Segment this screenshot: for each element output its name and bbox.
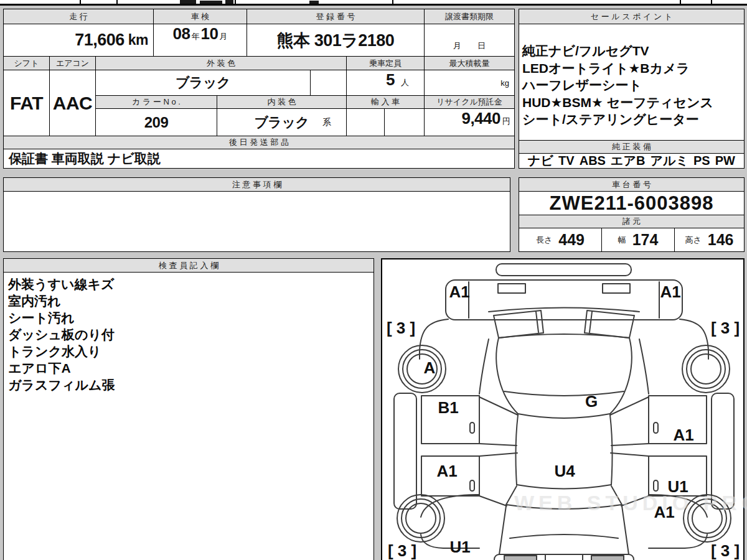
shift-header: シフト	[3, 56, 50, 70]
inspector-note: トランク水入り	[8, 343, 115, 360]
sales-point: 純正ナビ/フルセグTV	[522, 42, 713, 60]
damage-mark: A1	[673, 426, 693, 445]
notice-body	[3, 191, 510, 252]
interior-color-header: 内 装 色	[217, 95, 347, 109]
damage-mark: [ 3 ]	[711, 319, 740, 338]
damage-mark: U1	[449, 538, 470, 557]
inspector-note: ダッシュ板のり付	[8, 326, 115, 343]
inspector-note: ガラスフィルム張	[8, 376, 115, 393]
exterior-color-value: ブラック	[95, 70, 311, 96]
registration-header: 登 録 番 号	[247, 9, 425, 24]
inspection-header: 車 検	[153, 9, 247, 24]
damage-mark: A1	[660, 282, 680, 302]
equipment-item: PS	[693, 154, 710, 168]
registration-value: 熊本 301ラ2180	[247, 24, 425, 57]
damage-mark: B1	[438, 398, 458, 418]
spec-height: 高さ 146	[674, 228, 745, 252]
chassis-number: ZWE211-6003898	[519, 191, 745, 215]
equipment-item: アルミ	[651, 152, 688, 169]
equipment-item: PW	[715, 154, 735, 168]
auction-sheet: 走 行 車 検 登 録 番 号 譲渡書類期限 71,606 km 08 年 10…	[0, 0, 747, 560]
mileage-header: 走 行	[3, 9, 154, 24]
equipment-item: ナビ	[528, 152, 553, 169]
capacity-value: 5 人	[346, 70, 425, 96]
sales-point: ハーフレザーシート	[522, 77, 713, 94]
notice-header: 注 意 事 項 欄	[3, 177, 510, 192]
sales-point: HUD★BSM★ セーフティセンス	[522, 94, 713, 111]
transfer-deadline-value: 月 日	[424, 24, 515, 57]
damage-mark: [ 3 ]	[388, 541, 416, 560]
import-car-header: 輸 入 車	[346, 95, 425, 109]
damage-mark: A1	[436, 462, 457, 481]
sales-points-header: セ ー ル ス ポ イ ン ト	[519, 9, 745, 24]
max-load-value: kg	[424, 70, 515, 96]
inspector-note: エアロ下A	[8, 360, 115, 376]
color-no-header: カ ラ ー N o .	[95, 95, 217, 109]
scan-artifact	[309, 1, 319, 4]
damage-mark: A1	[449, 282, 469, 302]
sales-points-list: 純正ナビ/フルセグTVLEDオートライト★BカメラハーフレザーシートHUD★BS…	[519, 24, 717, 128]
inspection-value: 08 年 10 月	[153, 24, 247, 57]
interior-suffix: 系	[322, 117, 331, 128]
specs-header: 諸 元	[519, 215, 745, 228]
aircon-value: AAC	[49, 70, 96, 136]
spec-length: 長さ 449	[519, 228, 602, 252]
max-load-header: 最大積載量	[424, 56, 515, 70]
damage-mark: U1	[667, 477, 688, 497]
equipment-list: ナビTVABSエアBアルミPSPW	[519, 153, 744, 168]
exterior-color-sub-cell	[310, 70, 347, 96]
import-car-cell-1	[346, 108, 385, 136]
later-parts-value: 保証書 車両取説 ナビ取説	[3, 149, 515, 169]
spec-width: 幅 174	[601, 228, 675, 252]
chassis-header: 車 台 番 号	[519, 177, 745, 192]
inspector-note: シート汚れ	[8, 309, 115, 326]
transfer-deadline-header: 譲渡書類期限	[424, 9, 515, 24]
damage-mark: [ 3 ]	[711, 541, 740, 560]
recycle-deposit-header: リサイクル預託金	[424, 95, 515, 109]
watermark: WEB STUDIO PRO	[514, 491, 747, 515]
damage-mark: A1	[654, 503, 674, 522]
equipment-item: ABS	[580, 154, 606, 168]
recycle-deposit-value: 9,440 円	[424, 108, 515, 136]
mileage-value: 71,606 km	[3, 24, 154, 57]
scan-artifact	[180, 0, 196, 4]
import-car-cell-2	[384, 108, 425, 136]
sales-point: シート/ステアリングヒーター	[522, 111, 713, 128]
exterior-color-header: 外 装 色	[95, 56, 347, 70]
aircon-header: エアコン	[49, 56, 96, 70]
cut-off-row	[0, 0, 747, 6]
damage-mark: A	[424, 358, 436, 378]
inspector-note: 室内汚れ	[8, 292, 115, 309]
scan-artifact	[200, 1, 222, 4]
scan-artifact	[225, 0, 233, 4]
color-no-value: 209	[95, 108, 217, 136]
shift-value: FAT	[3, 70, 50, 136]
damage-diagram: WEB STUDIO PRO A1A1[ 3 ][ 3 ]AB1GA1A1U4U…	[381, 258, 745, 560]
damage-mark: G	[585, 392, 598, 411]
inspector-notes-list: 外装うすい線キズ室内汚れシート汚れダッシュ板のり付トランク水入りエアロ下Aガラス…	[4, 273, 118, 393]
damage-mark: U4	[554, 462, 575, 481]
interior-color-value: ブラック 系	[217, 108, 347, 136]
equipment-item: TV	[558, 154, 575, 168]
equipment-item: エアB	[611, 152, 645, 169]
damage-mark: [ 3 ]	[387, 319, 415, 338]
capacity-header: 乗車定員	[346, 56, 425, 70]
inspector-note: 外装うすい線キズ	[8, 276, 115, 292]
later-parts-header: 後 日 発 送 部 品	[3, 136, 515, 149]
inspector-header: 検 査 員 記 入 欄	[3, 258, 374, 273]
sales-point: LEDオートライト★Bカメラ	[522, 60, 713, 77]
